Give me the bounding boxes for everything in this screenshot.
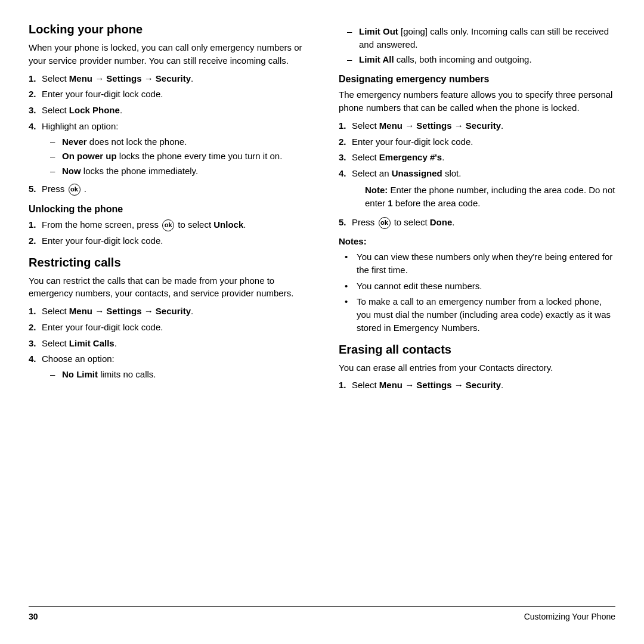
locking-options: – Never does not lock the phone. – On po… [42, 135, 282, 178]
step-text: Enter your four-digit lock code. [42, 88, 163, 101]
step-num: 4. [339, 167, 352, 180]
notes-section: Notes: • You can view these numbers only… [339, 235, 615, 334]
restricting-title: Restricting calls [29, 256, 305, 270]
dash: – [50, 150, 62, 163]
step-text: Enter your four-digit lock code. [352, 135, 473, 148]
unlocking-step-1: 1. From the home screen, press ok to sel… [29, 218, 305, 231]
footer: 30 Customizing Your Phone [29, 606, 615, 621]
step-text: Press ok to select Done. [352, 216, 454, 229]
note-item-2: • You cannot edit these numbers. [339, 280, 615, 293]
step-text: Select Menu → Settings → Security. [42, 305, 193, 318]
unassigned-label: Unassigned [392, 168, 442, 178]
restricting-step-4: 4. Choose an option: – No Limit limits n… [29, 352, 305, 383]
step-text: Enter your four-digit lock code. [42, 234, 163, 247]
unlock-label: Unlock [213, 219, 243, 230]
restricting-steps: 1. Select Menu → Settings → Security. 2.… [29, 305, 305, 383]
option-limit-all: – Limit All calls, both incoming and out… [339, 53, 615, 66]
step-num: 4. [29, 120, 42, 133]
ok-button-icon: ok [69, 184, 80, 196]
note-item-1: • You can view these numbers only when t… [339, 250, 615, 277]
erasing-step-1: 1. Select Menu → Settings → Security. [339, 379, 615, 392]
menu-path: Menu → Settings → Security [379, 380, 501, 390]
step-num: 1. [29, 305, 42, 318]
erasing-steps: 1. Select Menu → Settings → Security. [339, 379, 615, 392]
menu-path: Menu → Settings → Security [379, 120, 501, 131]
step4-note: Note: Enter the phone number, including … [365, 184, 615, 210]
step-text: Select Menu → Settings → Security. [42, 72, 193, 85]
restrict-options: – No Limit limits no calls. [42, 368, 156, 381]
locking-step-4: 4. Highlight an option: – Never does not… [29, 120, 305, 179]
bullet: • [345, 280, 357, 293]
restricting-step-2: 2. Enter your four-digit lock code. [29, 321, 305, 334]
restricting-step-3: 3. Select Limit Calls. [29, 337, 305, 350]
erasing-title: Erasing all contacts [339, 343, 615, 357]
option-bold: Never [62, 137, 87, 147]
designating-section: Designating emergency numbers The emerge… [339, 74, 615, 334]
step-text: Select Emergency #'s. [352, 151, 444, 164]
locking-section: Locking your phone When your phone is lo… [29, 23, 305, 196]
step-text: Select Menu → Settings → Security. [352, 119, 503, 132]
option-bold: Limit All [359, 54, 394, 64]
restricting-section: Restricting calls You can restrict the c… [29, 256, 305, 383]
ok-button-icon: ok [379, 217, 391, 229]
option-never: – Never does not lock the phone. [42, 135, 282, 148]
notes-list: • You can view these numbers only when t… [339, 250, 615, 335]
locking-title: Locking your phone [29, 23, 305, 36]
step-num: 3. [29, 337, 42, 350]
step-text: From the home screen, press ok to select… [42, 218, 246, 231]
option-on-power-up: – On power up locks the phone every time… [42, 150, 282, 163]
bullet: • [345, 250, 357, 264]
step-num: 5. [29, 182, 42, 196]
note-label: Note: [365, 185, 388, 195]
step-num: 2. [339, 135, 352, 148]
menu-path: Menu → Settings → Security [69, 306, 191, 316]
dash: – [347, 25, 359, 38]
step-num: 4. [29, 352, 42, 366]
option-bold: No Limit [62, 369, 98, 379]
option-now: – Now locks the phone immediately. [42, 165, 282, 178]
designating-intro: The emergency numbers feature allows you… [339, 88, 615, 114]
restricting-intro: You can restrict the calls that can be m… [29, 274, 305, 301]
done-label: Done [430, 217, 453, 227]
menu-path: Menu → Settings → Security [69, 73, 191, 83]
left-column: Locking your phone When your phone is lo… [29, 23, 311, 596]
unlocking-step-2: 2. Enter your four-digit lock code. [29, 234, 305, 247]
option-limit-out: – Limit Out [going] calls only. Incoming… [339, 25, 615, 51]
emergency-label: Emergency #'s [379, 152, 442, 162]
locking-step-3: 3. Select Lock Phone. [29, 104, 305, 117]
page-container: Locking your phone When your phone is lo… [0, 0, 644, 644]
step-text: Choose an option: – No Limit limits no c… [42, 352, 156, 383]
ok-button-icon: ok [162, 219, 174, 231]
option-bold: Limit Out [359, 26, 398, 36]
step-num: 2. [29, 321, 42, 334]
step-num: 1. [339, 119, 352, 132]
step-num: 5. [339, 216, 352, 229]
step-num: 3. [29, 104, 42, 117]
designating-steps: 1. Select Menu → Settings → Security. 2.… [339, 119, 615, 230]
content-area: Locking your phone When your phone is lo… [29, 23, 615, 596]
designating-step-3: 3. Select Emergency #'s. [339, 151, 615, 164]
restricting-step-1: 1. Select Menu → Settings → Security. [29, 305, 305, 318]
dash: – [50, 368, 62, 381]
step-text: Select an Unassigned slot. Note: Enter t… [352, 167, 615, 213]
step-num: 2. [29, 234, 42, 247]
bullet: • [345, 295, 357, 308]
step-num: 1. [339, 379, 352, 392]
step-num: 1. [29, 218, 42, 231]
unlocking-section: Unlocking the phone 1. From the home scr… [29, 204, 305, 247]
locking-intro: When your phone is locked, you can call … [29, 41, 305, 67]
step-num: 2. [29, 88, 42, 101]
locking-steps: 1. Select Menu → Settings → Security. 2.… [29, 72, 305, 196]
option-bold: Now [62, 166, 81, 176]
option-no-limit: – No Limit limits no calls. [42, 368, 156, 381]
step-num: 1. [29, 72, 42, 85]
step-num: 3. [339, 151, 352, 164]
locking-step-5: 5. Press ok . [29, 182, 305, 196]
option-bold: On power up [62, 151, 117, 161]
restrict-continued-options: – Limit Out [going] calls only. Incoming… [339, 25, 615, 66]
note-one: 1 [388, 198, 392, 208]
step-text: Enter your four-digit lock code. [42, 321, 163, 334]
step-text: Select Menu → Settings → Security. [352, 379, 503, 392]
unlocking-title: Unlocking the phone [29, 204, 305, 215]
right-column: – Limit Out [going] calls only. Incoming… [333, 23, 615, 596]
